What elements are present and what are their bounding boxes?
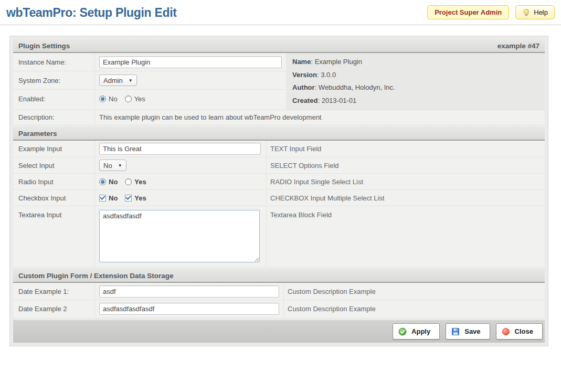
plugin-info-panel: Name: Example Plugin Version: 3.0.0 Auth…: [286, 53, 545, 110]
radio-input-row: Radio Input No Yes RADIO Input Single Se…: [13, 174, 545, 190]
section-header-custom-plugin-form: Custom Plugin Form / Extension Data Stor…: [13, 269, 545, 283]
chevron-down-icon: ▼: [129, 78, 133, 83]
radio-selected-icon: [99, 178, 106, 185]
example-input-label: Example Input: [13, 141, 95, 157]
date-example-2-label: Date Example 2: [13, 300, 95, 317]
radio-unselected-icon: [125, 96, 132, 102]
apply-button[interactable]: Apply: [393, 323, 440, 340]
radio-unselected-icon: [125, 178, 132, 185]
enabled-radio-yes[interactable]: Yes: [125, 95, 145, 103]
page-title: wbTeamPro: Setup Plugin Edit: [6, 6, 177, 20]
plugin-info-author: Author: Webuddha, Holodyn, Inc.: [292, 81, 538, 94]
plugin-settings-table: Instance Name: System Zone: Admin ▼: [13, 53, 545, 124]
save-button[interactable]: Save: [446, 323, 490, 340]
description-text: This example plugin can be used to learn…: [95, 111, 325, 123]
parameters-table: Example Input TEXT Input Field Select In…: [13, 141, 545, 267]
example-input-description: TEXT Input Field: [267, 145, 321, 153]
close-button[interactable]: Close: [496, 323, 543, 340]
textarea-input-label: Textarea Input: [13, 206, 95, 267]
checkbox-input-yes[interactable]: Yes: [125, 194, 146, 202]
radio-input-description: RADIO Input Single Select List: [267, 178, 363, 186]
date-example-1-description: Custom Description Example: [284, 288, 376, 295]
section-header-plugin-settings: Plugin Settings example #47: [13, 39, 545, 53]
project-super-admin-button[interactable]: Project Super Admin: [427, 5, 509, 19]
save-button-label: Save: [464, 327, 480, 335]
textarea-input-field[interactable]: asdfasdfasdf: [99, 210, 260, 262]
system-zone-row: System Zone: Admin ▼: [13, 71, 286, 90]
red-circle-icon: [502, 327, 510, 336]
date-example-1-row: Date Example 1: Custom Description Examp…: [13, 283, 545, 300]
date-example-1-label: Date Example 1:: [13, 283, 95, 300]
close-button-label: Close: [515, 327, 533, 335]
top-buttons: Project Super Admin Help: [427, 5, 555, 19]
instance-name-row: Instance Name:: [13, 53, 286, 71]
example-input-row: Example Input TEXT Input Field: [13, 141, 545, 157]
top-bar: wbTeamPro: Setup Plugin Edit Project Sup…: [0, 0, 561, 25]
checkbox-input-description: CHECKBOX Input Multiple Select List: [267, 194, 384, 202]
enabled-row: Enabled: No Yes: [13, 90, 286, 108]
system-zone-label: System Zone:: [13, 71, 95, 89]
instance-name-label: Instance Name:: [13, 53, 95, 71]
radio-input-yes[interactable]: Yes: [125, 178, 146, 186]
date-example-1-input[interactable]: [99, 285, 279, 298]
footer-action-bar: Apply Save: [13, 320, 545, 343]
lightbulb-icon: [522, 8, 531, 17]
checkbox-input-no[interactable]: No: [99, 194, 118, 202]
help-button[interactable]: Help: [515, 5, 555, 19]
select-input-select[interactable]: No ▼: [99, 160, 126, 171]
date-example-2-input[interactable]: [99, 303, 279, 315]
radio-input-no[interactable]: No: [99, 178, 118, 186]
select-input-row: Select Input No ▼ SELECT Options Field: [13, 157, 545, 174]
floppy-disk-icon: [451, 327, 460, 336]
enabled-label: Enabled:: [13, 90, 95, 108]
help-button-label: Help: [534, 8, 548, 16]
radio-selected-icon: [99, 96, 106, 102]
plugin-info-created: Created: 2013-01-01: [292, 94, 538, 108]
instance-name-input[interactable]: [99, 56, 282, 68]
system-zone-selected-value: Admin: [103, 77, 123, 84]
date-example-2-row: Date Example 2 Custom Description Exampl…: [13, 300, 545, 317]
plugin-settings-title: Plugin Settings: [18, 42, 70, 50]
apply-button-label: Apply: [411, 327, 430, 335]
custom-plugin-form-title: Custom Plugin Form / Extension Data Stor…: [18, 272, 174, 280]
instance-badge: example #47: [498, 42, 539, 50]
date-example-2-description: Custom Description Example: [284, 305, 376, 313]
textarea-input-description: Textarea Block Field: [267, 206, 332, 219]
checkbox-checked-icon: [99, 195, 106, 202]
checkbox-checked-icon: [125, 195, 132, 202]
radio-input-label: Radio Input: [13, 174, 95, 189]
example-input-field[interactable]: [99, 143, 261, 155]
plugin-edit-panel: Plugin Settings example #47 Instance Nam…: [9, 36, 548, 346]
green-check-icon: [398, 327, 407, 336]
select-input-description: SELECT Options Field: [267, 162, 339, 169]
parameters-title: Parameters: [18, 130, 57, 137]
select-input-selected-value: No: [103, 162, 112, 169]
select-input-label: Select Input: [13, 157, 95, 173]
section-header-parameters: Parameters: [13, 127, 545, 141]
description-label: Description:: [13, 110, 95, 124]
plugin-info-version: Version: 3.0.0: [292, 69, 538, 82]
system-zone-select[interactable]: Admin ▼: [99, 75, 137, 86]
description-row: Description: This example plugin can be …: [13, 110, 545, 124]
plugin-info-name: Name: Example Plugin: [292, 56, 538, 69]
checkbox-input-label: Checkbox Input: [13, 190, 95, 206]
custom-plugin-form-table: Date Example 1: Custom Description Examp…: [13, 283, 545, 317]
enabled-radio-no[interactable]: No: [99, 95, 118, 103]
checkbox-input-row: Checkbox Input No Yes CHECKBOX Input Mul…: [13, 190, 545, 206]
chevron-down-icon: ▼: [118, 163, 122, 168]
textarea-input-row: Textarea Input asdfasdfasdf Textarea Blo…: [13, 206, 545, 267]
